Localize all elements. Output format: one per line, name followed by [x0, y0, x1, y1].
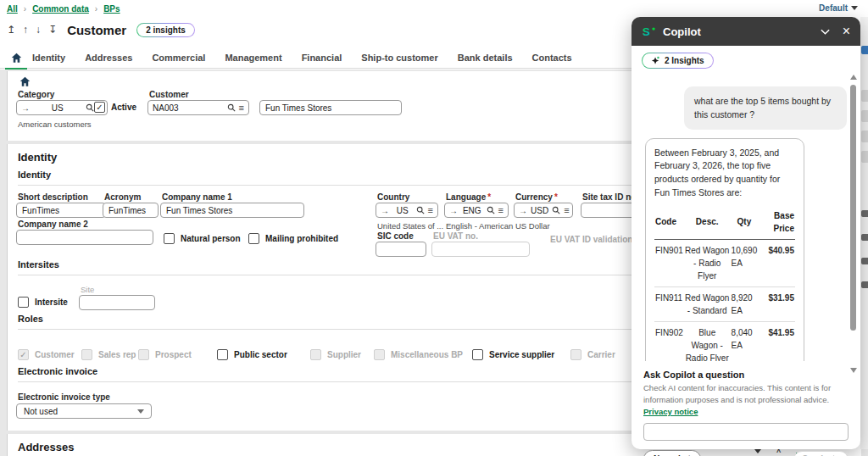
send-button[interactable]: Send — [793, 451, 849, 456]
goto-icon[interactable]: → — [449, 206, 458, 215]
sic-code-label: SIC code — [377, 231, 414, 241]
toolbar-icon-sliver — [861, 131, 868, 142]
company-name-2-input[interactable] — [16, 230, 153, 245]
chevron-down-icon — [137, 409, 144, 414]
active-checkbox[interactable]: ✓ — [94, 102, 105, 113]
role-public-sector-checkbox[interactable] — [217, 349, 228, 360]
company-name-1-input[interactable] — [160, 203, 304, 218]
breadcrumb: All › Common data › BPs — [7, 4, 120, 14]
site-tax-id-label: Site tax ID no. — [582, 192, 638, 202]
cell-desc: Red Wagon - Radio Flyer — [684, 239, 731, 286]
close-icon[interactable]: × — [843, 25, 850, 38]
natural-person-checkbox[interactable] — [164, 233, 175, 244]
role-prospect-item: Prospect — [138, 349, 192, 360]
tab-commercial[interactable]: Commercial — [152, 53, 205, 63]
goto-icon[interactable]: → — [21, 103, 30, 113]
eu-vat-label: EU VAT no. — [433, 231, 478, 241]
table-row: FIN911 Red Wagon - Standard 8,920 EA $31… — [654, 286, 795, 321]
copilot-scrollbar[interactable] — [849, 75, 858, 373]
role-prospect-checkbox — [138, 349, 149, 360]
customer-label: Customer — [149, 90, 189, 99]
customer-name-input[interactable] — [259, 100, 402, 115]
toolbar-icon-sliver — [861, 110, 868, 122]
currency-label: Currency* — [515, 192, 558, 202]
svg-text:S: S — [643, 25, 650, 37]
lookup-list-icon[interactable]: ≡ — [564, 206, 569, 215]
goto-icon[interactable]: → — [381, 206, 389, 215]
insights-badge[interactable]: 2 insights — [136, 23, 195, 37]
company-name-2-label: Company name 2 — [18, 220, 88, 229]
customer-code-field[interactable]: NA003 ≡ — [147, 100, 249, 115]
scroll-up-arrow[interactable] — [850, 75, 857, 80]
lookup-list-icon[interactable]: ≡ — [428, 206, 433, 215]
cell-code: FIN901 — [654, 239, 684, 286]
required-mark: * — [487, 192, 491, 202]
language-hint: English - American — [446, 221, 513, 231]
short-description-input[interactable] — [16, 203, 106, 218]
sage-copilot-logo: S — [642, 25, 656, 39]
previous-record-icon[interactable]: ↑ — [23, 24, 28, 36]
goto-icon[interactable]: → — [519, 206, 527, 215]
category-value: US — [33, 103, 82, 113]
last-record-icon[interactable]: ↧ — [48, 24, 57, 36]
role-carrier-label: Carrier — [587, 350, 615, 359]
tab-ship-to-customer[interactable]: Ship-to customer — [361, 53, 437, 63]
site-label: Site — [81, 285, 94, 294]
lookup-list-icon[interactable]: ≡ — [498, 206, 504, 215]
search-icon[interactable] — [487, 206, 495, 214]
role-public-sector-label: Public sector — [234, 350, 287, 359]
tab-home[interactable] — [0, 47, 32, 69]
country-field[interactable]: → US ≡ — [376, 203, 438, 218]
role-sales-rep-label: Sales rep — [98, 350, 136, 359]
tab-management[interactable]: Management — [225, 53, 281, 63]
search-icon[interactable] — [227, 103, 236, 112]
acronym-input[interactable] — [103, 203, 159, 218]
scrollbar-thumb[interactable] — [850, 85, 856, 331]
mailing-prohibited-checkbox[interactable] — [248, 233, 259, 244]
role-customer-label: Customer — [35, 350, 75, 359]
copilot-question-input[interactable] — [643, 423, 849, 441]
customer-code-value: NA003 — [153, 103, 224, 113]
cell-qty: 10,690 EA — [731, 239, 759, 286]
intersite-checkbox[interactable] — [18, 297, 29, 308]
sic-code-input[interactable] — [376, 242, 426, 257]
search-icon[interactable] — [552, 206, 560, 214]
tab-contacts[interactable]: Contacts — [532, 53, 572, 63]
language-field[interactable]: → ENG ≡ — [444, 203, 509, 218]
tab-bank-details[interactable]: Bank details — [458, 53, 513, 63]
copilot-insights-label: 2 Insights — [665, 56, 704, 65]
privacy-notice-link[interactable]: Privacy notice — [643, 407, 698, 416]
profile-selector[interactable]: Default — [819, 3, 858, 13]
lookup-list-icon[interactable]: ≡ — [239, 103, 244, 113]
toolbar-icon-sliver — [861, 258, 868, 264]
cell-code: FIN902 — [654, 321, 684, 361]
company-name-1-label: Company name 1 — [162, 192, 232, 202]
next-record-icon[interactable]: ↓ — [36, 24, 41, 36]
tab-financial[interactable]: Financial — [302, 53, 342, 63]
search-icon[interactable] — [416, 206, 425, 214]
electronic-invoice-type-select[interactable]: Not used — [16, 403, 152, 419]
first-record-icon[interactable]: ↥ — [7, 24, 15, 36]
copilot-insights-badge[interactable]: 2 Insights — [642, 53, 714, 69]
short-description-label: Short description — [18, 192, 88, 202]
minimize-chevron-icon[interactable] — [820, 26, 831, 37]
cell-price: $31.95 — [758, 286, 795, 321]
disclaimer-text: Check AI content for inaccuracies. This … — [643, 383, 831, 404]
search-icon[interactable] — [86, 103, 94, 112]
new-chat-button[interactable]: New chat — [643, 450, 701, 456]
copilot-conversation[interactable]: what are the top 5 items bought by this … — [632, 73, 860, 361]
breadcrumb-link-bps[interactable]: BPs — [103, 4, 120, 14]
app-window: All › Common data › BPs Default ↥ ↑ ↓ ↧ … — [0, 0, 868, 456]
tab-addresses[interactable]: Addresses — [85, 53, 132, 63]
breadcrumb-link-common-data[interactable]: Common data — [32, 4, 89, 14]
breadcrumb-link-all[interactable]: All — [7, 4, 18, 14]
tab-identity[interactable]: Identity — [32, 53, 65, 63]
cell-price: $41.95 — [758, 321, 795, 361]
currency-field[interactable]: → USD ≡ — [514, 203, 573, 218]
role-service-supplier-checkbox[interactable] — [472, 349, 483, 360]
site-input[interactable] — [79, 295, 155, 310]
natural-person-label: Natural person — [181, 234, 241, 243]
eu-vat-input — [431, 242, 530, 257]
chevron-down-icon — [851, 6, 858, 10]
required-mark: * — [554, 192, 558, 202]
